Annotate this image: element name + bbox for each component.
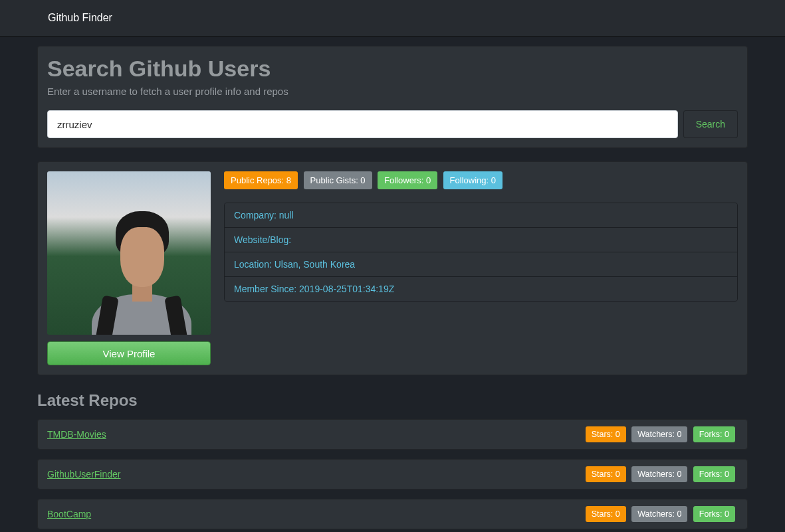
repo-link[interactable]: BootCamp bbox=[47, 509, 91, 519]
stars-badge: Stars: 0 bbox=[586, 506, 626, 522]
repo-card: GithubUserFinder Stars: 0 Watchers: 0 Fo… bbox=[37, 459, 748, 489]
navbar-brand[interactable]: Github Finder bbox=[40, 7, 120, 29]
view-profile-button[interactable]: View Profile bbox=[47, 341, 211, 365]
company-item: Company: null bbox=[225, 203, 737, 227]
forks-badge: Forks: 0 bbox=[693, 466, 735, 482]
watchers-badge: Watchers: 0 bbox=[631, 506, 687, 522]
page-title: Search Github Users bbox=[47, 56, 738, 82]
profile-right-column: Public Repos: 8 Public Gists: 0 Follower… bbox=[224, 171, 738, 365]
public-gists-badge: Public Gists: 0 bbox=[304, 171, 372, 189]
page-subtitle: Enter a username to fetch a user profile… bbox=[47, 86, 738, 97]
forks-badge: Forks: 0 bbox=[693, 506, 735, 522]
search-row: Search bbox=[47, 110, 738, 138]
watchers-badge: Watchers: 0 bbox=[631, 466, 687, 482]
profile-left-column: View Profile bbox=[47, 171, 211, 365]
member-since-item: Member Since: 2019-08-25T01:34:19Z bbox=[225, 276, 737, 301]
repo-link[interactable]: GithubUserFinder bbox=[47, 469, 121, 480]
avatar bbox=[47, 171, 211, 335]
stars-badge: Stars: 0 bbox=[586, 466, 626, 482]
repo-badges: Stars: 0 Watchers: 0 Forks: 0 bbox=[586, 466, 738, 482]
repo-card: BootCamp Stars: 0 Watchers: 0 Forks: 0 bbox=[37, 499, 748, 529]
repo-card: TMDB-Movies Stars: 0 Watchers: 0 Forks: … bbox=[37, 419, 748, 450]
search-input[interactable] bbox=[47, 110, 678, 138]
navbar: Github Finder bbox=[0, 0, 785, 37]
profile-card: View Profile Public Repos: 8 Public Gist… bbox=[37, 161, 748, 375]
forks-badge: Forks: 0 bbox=[693, 426, 735, 442]
profile-info-list: Company: null Website/Blog: Location: Ul… bbox=[224, 203, 738, 302]
followers-badge: Followers: 0 bbox=[378, 171, 437, 189]
search-button[interactable]: Search bbox=[683, 110, 738, 138]
website-item: Website/Blog: bbox=[225, 227, 737, 252]
watchers-badge: Watchers: 0 bbox=[631, 426, 687, 442]
repo-badges: Stars: 0 Watchers: 0 Forks: 0 bbox=[586, 506, 738, 522]
following-badge: Following: 0 bbox=[443, 171, 503, 189]
public-repos-badge: Public Repos: 8 bbox=[224, 171, 298, 189]
repo-link[interactable]: TMDB-Movies bbox=[47, 429, 106, 440]
stars-badge: Stars: 0 bbox=[586, 426, 626, 442]
repo-badges: Stars: 0 Watchers: 0 Forks: 0 bbox=[586, 426, 738, 442]
location-item: Location: Ulsan, South Korea bbox=[225, 252, 737, 276]
search-card: Search Github Users Enter a username to … bbox=[37, 46, 748, 148]
main-container: Search Github Users Enter a username to … bbox=[0, 37, 785, 532]
latest-repos-heading: Latest Repos bbox=[37, 391, 748, 410]
profile-stat-badges: Public Repos: 8 Public Gists: 0 Follower… bbox=[224, 171, 738, 189]
